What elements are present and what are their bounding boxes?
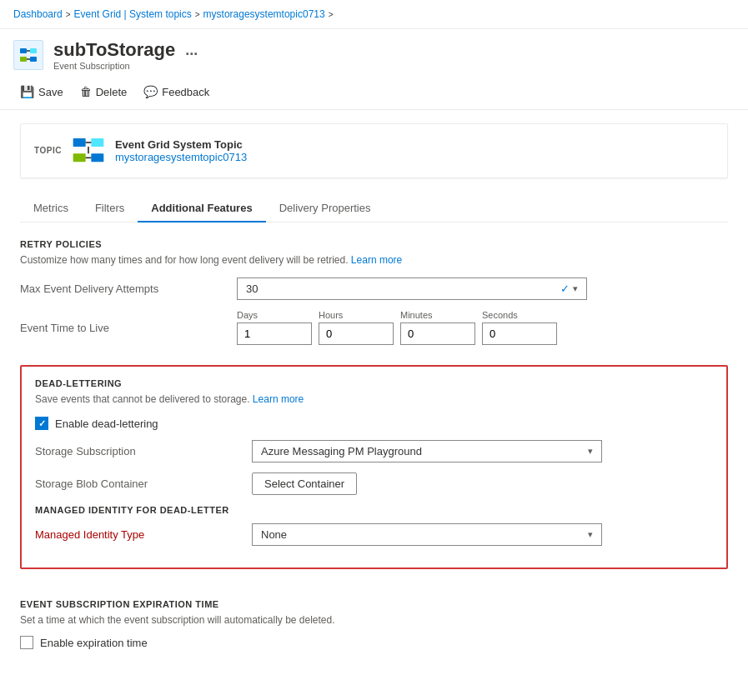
title-text: subToStorage [53,39,175,61]
managed-identity-value: None [261,528,287,541]
breadcrumb-topic-name[interactable]: mystoragesystemtopic0713 [203,8,325,20]
delete-button[interactable]: 🗑 Delete [73,81,134,102]
ttl-grid: Days Hours Minutes Seconds [237,310,728,345]
chevron-down-icon: ▾ [573,283,578,294]
ttl-minutes-input[interactable] [400,322,475,345]
expiration-title: EVENT SUBSCRIPTION EXPIRATION TIME [20,599,728,609]
ttl-seconds-label: Seconds [482,310,557,320]
dead-lettering-section: DEAD-LETTERING Save events that cannot b… [20,365,728,569]
managed-identity-section-title: MANAGED IDENTITY FOR DEAD-LETTER [35,505,713,515]
enable-expiration-row[interactable]: ✓ Enable expiration time [20,636,728,649]
resource-icon [13,40,43,70]
dead-letter-learn-more-link[interactable]: Learn more [253,393,304,405]
topic-name: Event Grid System Topic [115,138,247,151]
enable-expiration-checkbox[interactable]: ✓ [20,636,33,649]
expiration-desc: Set a time at which the event subscripti… [20,614,728,626]
ttl-hours-field: Hours [319,310,394,345]
dead-lettering-title: DEAD-LETTERING [35,378,713,388]
breadcrumb-dashboard[interactable]: Dashboard [13,8,63,20]
svg-rect-8 [73,153,86,162]
svg-rect-2 [20,57,27,62]
max-attempts-value: 30 [246,282,258,295]
storage-blob-control: Select Container [252,472,713,495]
storage-sub-label: Storage Subscription [35,445,252,458]
managed-identity-select[interactable]: None ▾ [252,523,602,546]
save-button[interactable]: 💾 Save [13,81,70,102]
max-attempts-row: Max Event Delivery Attempts 30 ✓ ▾ [20,278,728,300]
ttl-days-input[interactable] [237,322,312,345]
check-icon: ✓ [560,282,570,295]
save-icon: 💾 [20,85,34,98]
feedback-button[interactable]: 💬 Feedback [137,81,216,102]
delete-icon: 🗑 [80,85,92,98]
tabs: Metrics Filters Additional Features Deli… [20,195,728,222]
toolbar: 💾 Save 🗑 Delete 💬 Feedback [0,78,748,110]
breadcrumb: Dashboard > Event Grid | System topics >… [0,0,748,29]
ttl-hours-input[interactable] [319,322,394,345]
max-attempts-select[interactable]: 30 ✓ ▾ [237,278,587,300]
tab-additional-features[interactable]: Additional Features [138,195,265,222]
topic-info: Event Grid System Topic mystoragesystemt… [115,138,247,163]
enable-dead-letter-label: Enable dead-lettering [55,418,158,430]
managed-identity-row: Managed Identity Type None ▾ [35,523,713,546]
save-label: Save [38,86,63,98]
chevron-down-icon-3: ▾ [588,529,593,540]
ttl-seconds-input[interactable] [482,322,557,345]
topic-card-icon [72,134,105,168]
svg-rect-6 [73,138,86,147]
dead-letter-desc-text: Save events that cannot be delivered to … [35,393,250,405]
max-attempts-label: Max Event Delivery Attempts [20,282,237,295]
tab-metrics[interactable]: Metrics [20,195,82,222]
enable-dead-letter-checkbox[interactable]: ✓ [35,417,48,430]
max-attempts-control: 30 ✓ ▾ [237,278,728,300]
retry-policies-section: RETRY POLICIES Customize how many times … [20,239,728,345]
select-container-button[interactable]: Select Container [252,472,357,495]
ttl-minutes-field: Minutes [400,310,475,345]
svg-rect-3 [30,57,37,62]
managed-identity-label: Managed Identity Type [35,528,252,541]
ttl-row: Event Time to Live Days Hours Minutes [20,310,728,345]
enable-dead-letter-row[interactable]: ✓ Enable dead-lettering [35,417,713,430]
tab-filters[interactable]: Filters [82,195,138,222]
breadcrumb-sep-3: > [329,10,334,19]
header-section: subToStorage ... Event Subscription [0,29,748,78]
retry-policies-desc: Customize how many times and for how lon… [20,254,728,266]
tab-delivery-properties[interactable]: Delivery Properties [266,195,384,222]
svg-rect-7 [91,138,103,147]
topic-card: TOPIC Event Grid System Topic mystorages… [20,123,728,178]
enable-expiration-label: Enable expiration time [40,637,148,649]
feedback-icon: 💬 [143,85,158,98]
feedback-label: Feedback [162,86,209,98]
ttl-days-field: Days [237,310,312,345]
breadcrumb-sep-2: > [195,10,200,19]
main-content: TOPIC Event Grid System Topic mystorages… [0,110,748,672]
storage-sub-select[interactable]: Azure Messaging PM Playground ▾ [252,440,602,462]
header-subtitle: Event Subscription [53,61,201,71]
chevron-down-icon-2: ▾ [588,446,593,457]
retry-desc-text: Customize how many times and for how lon… [20,254,349,266]
expiration-section: EVENT SUBSCRIPTION EXPIRATION TIME Set a… [20,586,728,649]
topic-icon-svg [72,134,105,168]
event-subscription-icon [18,45,38,65]
topic-link[interactable]: mystoragesystemtopic0713 [115,151,247,163]
ttl-control: Days Hours Minutes Seconds [237,310,728,345]
storage-blob-row: Storage Blob Container Select Container [35,472,713,495]
delete-label: Delete [96,86,128,98]
ellipsis-button[interactable]: ... [182,42,201,59]
header-title-group: subToStorage ... Event Subscription [53,39,201,71]
breadcrumb-sep-1: > [66,10,71,19]
dead-lettering-desc: Save events that cannot be delivered to … [35,393,713,405]
ttl-minutes-label: Minutes [400,310,475,320]
ttl-label: Event Time to Live [20,322,237,334]
storage-blob-label: Storage Blob Container [35,478,252,490]
page-title: subToStorage ... [53,39,201,61]
storage-sub-control: Azure Messaging PM Playground ▾ [252,440,713,462]
topic-label: TOPIC [34,146,62,155]
breadcrumb-system-topics[interactable]: Event Grid | System topics [74,8,192,20]
ttl-seconds-field: Seconds [482,310,557,345]
ttl-hours-label: Hours [319,310,394,320]
checkbox-check-icon: ✓ [38,418,46,429]
retry-policies-title: RETRY POLICIES [20,239,728,249]
storage-sub-row: Storage Subscription Azure Messaging PM … [35,440,713,462]
retry-learn-more-link[interactable]: Learn more [351,254,402,266]
